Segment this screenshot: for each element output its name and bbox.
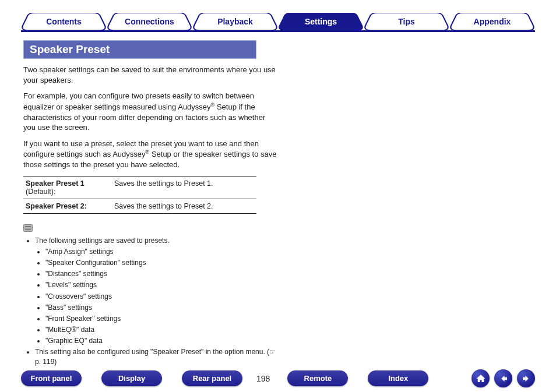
- preset-name: Speaker Preset 2:: [26, 202, 87, 210]
- tab-appendix[interactable]: Appendix: [449, 13, 535, 30]
- pointer-icon: ☞: [269, 348, 276, 356]
- notes-intro: The following settings are saved to pres…: [35, 236, 170, 245]
- list-item: "Amp Assign" settings: [45, 247, 277, 256]
- tab-label: Appendix: [474, 17, 511, 26]
- rear-panel-button[interactable]: Rear panel: [182, 370, 242, 386]
- remote-button[interactable]: Remote: [287, 370, 348, 386]
- tab-settings[interactable]: Settings: [278, 13, 364, 30]
- preset-name: Speaker Preset 1: [26, 179, 85, 188]
- tab-tips[interactable]: Tips: [364, 13, 449, 30]
- tab-label: Settings: [305, 17, 337, 26]
- home-icon: [476, 373, 486, 384]
- intro-para-3: If you want to use a preset, select the …: [23, 139, 277, 170]
- list-item: "Speaker Configuration" settings: [45, 258, 277, 267]
- saved-settings-list: "Amp Assign" settings "Speaker Configura…: [35, 247, 277, 346]
- tab-label: Tips: [398, 17, 415, 26]
- list-item: "Distances" settings: [45, 269, 277, 278]
- page-ref: p. 119): [35, 358, 57, 366]
- list-item: The following settings are saved to pres…: [35, 236, 277, 346]
- preset-default: (Default):: [26, 188, 55, 196]
- footer-buttons-left: Front panel Display Rear panel: [21, 370, 242, 386]
- main-content: Speaker Preset Two speaker settings can …: [0, 32, 300, 366]
- preset-table: Speaker Preset 1 (Default): Saves the se…: [23, 176, 256, 214]
- page-number: 198: [256, 374, 270, 383]
- tab-label: Contents: [46, 17, 82, 26]
- table-row: Speaker Preset 1 (Default): Saves the se…: [23, 176, 256, 199]
- arrow-right-icon: [521, 373, 532, 384]
- list-item: This setting also be configured using "S…: [35, 347, 277, 366]
- preset-name-cell: Speaker Preset 1 (Default):: [23, 176, 112, 199]
- notes-list: The following settings are saved to pres…: [23, 236, 277, 366]
- arrow-left-icon: [498, 373, 509, 384]
- preset-desc-cell: Saves the settings to Preset 2.: [112, 199, 256, 213]
- list-item: "Front Speaker" settings: [45, 314, 277, 323]
- tab-label: Playback: [217, 17, 253, 26]
- section-title: Speaker Preset: [23, 40, 256, 59]
- home-button[interactable]: [471, 369, 490, 387]
- note-icon: [23, 224, 33, 232]
- intro-para-2: For example, you can configure two prese…: [23, 91, 277, 133]
- list-item: "Crossovers" settings: [45, 292, 277, 301]
- display-button[interactable]: Display: [101, 370, 162, 386]
- list-item: "Graphic EQ" data: [45, 336, 277, 345]
- note-text: This setting also be configured using "S…: [35, 348, 269, 356]
- list-item: "Levels" settings: [45, 280, 277, 289]
- list-item: "Bass" settings: [45, 303, 277, 312]
- footer-bar: Front panel Display Rear panel 198 Remot…: [0, 369, 556, 387]
- footer-buttons-right: Remote Index: [287, 370, 428, 386]
- top-tabs: Contents Connections Playback Settings T…: [0, 0, 556, 30]
- preset-desc-cell: Saves the settings to Preset 1.: [112, 176, 256, 199]
- nav-icons: [471, 369, 535, 387]
- preset-name-cell: Speaker Preset 2:: [23, 199, 112, 213]
- intro-para-1: Two speaker settings can be saved to sui…: [23, 65, 277, 85]
- tab-contents[interactable]: Contents: [21, 13, 107, 30]
- tab-playback[interactable]: Playback: [192, 13, 278, 30]
- tab-label: Connections: [125, 17, 174, 26]
- next-button[interactable]: [517, 369, 535, 387]
- list-item: "MultEQ®" data: [45, 325, 277, 334]
- front-panel-button[interactable]: Front panel: [21, 370, 82, 386]
- table-row: Speaker Preset 2: Saves the settings to …: [23, 199, 256, 213]
- prev-button[interactable]: [494, 369, 512, 387]
- tab-connections[interactable]: Connections: [107, 13, 192, 30]
- index-button[interactable]: Index: [368, 370, 428, 386]
